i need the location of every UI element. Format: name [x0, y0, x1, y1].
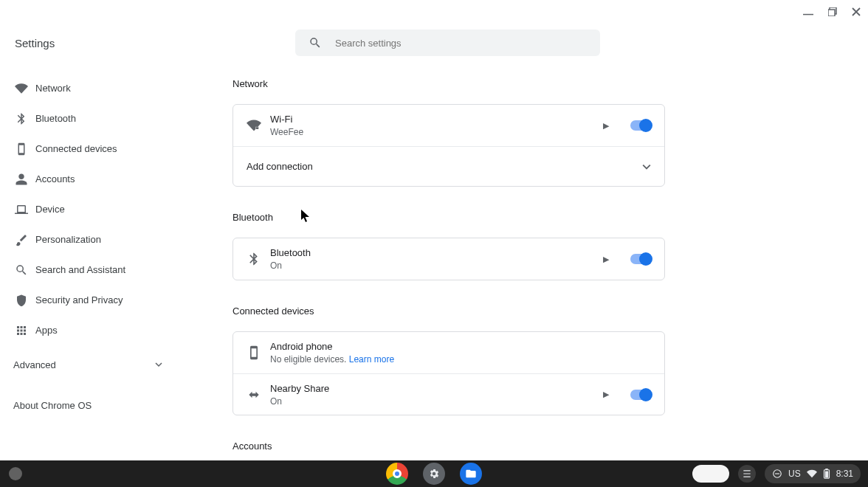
- dnd-icon: [772, 469, 782, 479]
- nearby-title: Nearby Share: [270, 382, 601, 396]
- svg-rect-7: [824, 472, 827, 478]
- sidebar-item-network[interactable]: Network: [0, 73, 177, 103]
- settings-app-icon[interactable]: [423, 463, 445, 485]
- android-title: Android phone: [270, 340, 651, 353]
- section-title-network: Network: [232, 78, 665, 89]
- sidebar-item-security-privacy[interactable]: Security and Privacy: [0, 285, 177, 315]
- sidebar-item-accounts[interactable]: Accounts: [0, 164, 177, 194]
- nav-label: Search and Assistant: [35, 264, 125, 275]
- nav-label: Network: [35, 83, 71, 94]
- bluetooth-icon: [15, 112, 35, 125]
- bluetooth-row[interactable]: Bluetooth On ▶: [233, 238, 664, 280]
- wifi-toggle[interactable]: [630, 120, 651, 131]
- nav-label: Security and Privacy: [35, 294, 123, 305]
- nav-label: Device: [35, 204, 65, 215]
- sidebar-advanced[interactable]: Advanced: [0, 350, 177, 379]
- wifi-status: WeeFee: [270, 126, 601, 138]
- laptop-icon: [15, 203, 35, 216]
- shelf: US 8:31: [0, 460, 868, 487]
- sidebar-about[interactable]: About Chrome OS: [0, 400, 177, 411]
- wifi-row[interactable]: Wi-Fi WeeFee ▶: [233, 105, 664, 146]
- sidebar: Settings Network Bluetooth Connected dev…: [0, 0, 177, 460]
- person-icon: [15, 173, 35, 186]
- chrome-app-icon[interactable]: [386, 463, 408, 485]
- ime-label: US: [788, 469, 801, 479]
- bluetooth-card: Bluetooth On ▶: [232, 238, 665, 280]
- sidebar-item-connected-devices[interactable]: Connected devices: [0, 134, 177, 164]
- status-tray[interactable]: US 8:31: [765, 464, 861, 483]
- nav-label: Apps: [35, 325, 58, 336]
- chevron-down-icon: [155, 361, 162, 368]
- files-app-icon[interactable]: [460, 463, 482, 485]
- add-connection-row[interactable]: Add connection: [233, 146, 664, 186]
- section-title-bluetooth: Bluetooth: [232, 212, 665, 223]
- launcher-button[interactable]: [9, 467, 22, 480]
- svg-rect-4: [775, 473, 779, 474]
- about-label: About Chrome OS: [13, 400, 92, 411]
- phone-icon: [247, 345, 270, 360]
- search-icon: [309, 36, 322, 49]
- sidebar-item-apps[interactable]: Apps: [0, 315, 177, 345]
- bluetooth-icon: [247, 252, 270, 266]
- android-sub: No eligible devices.: [270, 354, 349, 365]
- chevron-down-icon: [642, 162, 651, 171]
- sidebar-item-search-assistant[interactable]: Search and Assistant: [0, 255, 177, 285]
- nav-label: Connected devices: [35, 143, 117, 154]
- sidebar-item-device[interactable]: Device: [0, 194, 177, 224]
- section-title-accounts: Accounts: [232, 441, 665, 452]
- nearby-share-row[interactable]: Nearby Share On ▶: [233, 373, 664, 415]
- nearby-share-icon: [247, 387, 270, 402]
- chevron-right-icon: ▶: [601, 390, 611, 399]
- wifi-secure-icon: [247, 118, 270, 133]
- tote-tray[interactable]: [692, 465, 729, 483]
- nearby-toggle[interactable]: [630, 390, 651, 400]
- search-icon: [15, 263, 35, 277]
- nav-label: Bluetooth: [35, 113, 76, 124]
- phone-icon: [15, 142, 35, 156]
- sidebar-item-bluetooth[interactable]: Bluetooth: [0, 103, 177, 134]
- chevron-right-icon: ▶: [601, 121, 611, 131]
- network-card: Wi-Fi WeeFee ▶ Add connection: [232, 104, 665, 187]
- search-bar[interactable]: [295, 30, 600, 56]
- svg-rect-6: [825, 469, 828, 470]
- bluetooth-title: Bluetooth: [270, 246, 601, 260]
- clock-label: 8:31: [836, 469, 853, 479]
- page-title: Settings: [0, 37, 177, 49]
- nav-label: Accounts: [35, 173, 75, 184]
- nav-label: Personalization: [35, 234, 101, 245]
- battery-icon: [823, 469, 830, 479]
- sidebar-item-personalization[interactable]: Personalization: [0, 224, 177, 255]
- bluetooth-status: On: [270, 260, 601, 272]
- nearby-status: On: [270, 396, 601, 407]
- wifi-status-icon: [807, 469, 817, 479]
- brush-icon: [15, 233, 35, 246]
- apps-icon: [15, 324, 35, 337]
- bluetooth-toggle[interactable]: [630, 254, 651, 264]
- chevron-right-icon: ▶: [601, 255, 611, 264]
- advanced-label: Advanced: [13, 359, 56, 370]
- main-content: Network Wi-Fi WeeFee ▶ Add connection: [177, 0, 868, 460]
- android-phone-row[interactable]: Android phone No eligible devices. Learn…: [233, 332, 664, 373]
- connected-devices-card: Android phone No eligible devices. Learn…: [232, 331, 665, 415]
- wifi-title: Wi-Fi: [270, 113, 601, 126]
- learn-more-link[interactable]: Learn more: [349, 354, 394, 365]
- section-title-connected: Connected devices: [232, 305, 665, 317]
- add-connection-label: Add connection: [247, 161, 313, 172]
- notifications-icon[interactable]: [738, 465, 756, 483]
- shield-icon: [15, 294, 35, 307]
- wifi-icon: [15, 82, 35, 95]
- search-input[interactable]: [335, 38, 587, 49]
